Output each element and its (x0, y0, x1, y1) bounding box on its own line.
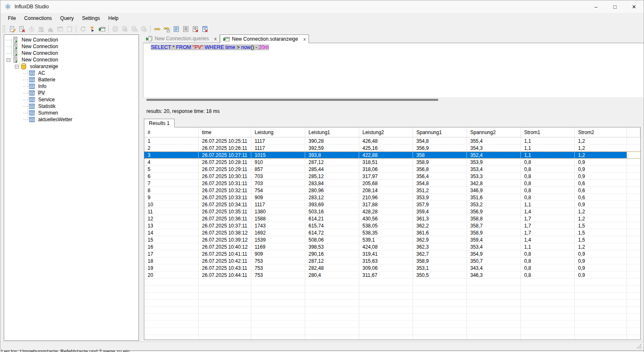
table-row[interactable]: 226.07.2025 10:26:111117392,59425,16356,… (144, 144, 640, 152)
tab-close-icon[interactable]: x (214, 36, 217, 41)
tree-item-info[interactable]: Info (4, 83, 139, 90)
maximize-button[interactable]: □ (605, 0, 625, 13)
tree-item-pv[interactable]: PV (4, 90, 139, 96)
show-results-button[interactable] (181, 24, 190, 34)
table-cell: 353,1 (413, 264, 467, 271)
tab-queries[interactable]: New Connection.queries x (143, 34, 220, 43)
close-button[interactable]: ✕ (625, 0, 644, 13)
table-empty-row (144, 314, 640, 321)
table-row[interactable]: 426.07.2025 10:28:11910287,12318,51358,9… (144, 159, 640, 166)
table-row[interactable]: 726.07.2025 10:31:11703283,84205,68354,8… (144, 180, 640, 187)
table-cell (521, 300, 575, 306)
query-editor[interactable]: SELECT * FROM "PV" WHERE time > now() - … (143, 43, 644, 97)
column-header-Strom1[interactable]: Strom1 (521, 127, 575, 137)
table-row[interactable]: 1326.07.2025 10:37:111743615,74538,05362… (144, 222, 640, 229)
table-cell: 0,8 (521, 180, 575, 186)
tree-item-solaranzeige[interactable]: −solaranzeige (4, 63, 139, 70)
connection-button[interactable] (152, 24, 162, 34)
execute-query-button[interactable] (87, 24, 97, 34)
row-filler (627, 271, 640, 278)
tree-item-new-connection[interactable]: New Connection (4, 43, 139, 50)
collapse-toggle[interactable]: − (7, 58, 10, 62)
table-cell (575, 300, 627, 306)
tree-connector (23, 113, 28, 113)
table-row[interactable]: 126.07.2025 10:25:111117390,28426,48354,… (144, 137, 640, 144)
table-cell: 0,6 (575, 194, 627, 200)
database-drop-button (139, 24, 148, 34)
table-cell: 1380 (251, 208, 305, 215)
editor-horizontal-scrollbar[interactable] (143, 97, 644, 103)
execute-sparkle-icon (89, 26, 96, 32)
table-row[interactable]: 1126.07.2025 10:35:111380503,16428,28359… (144, 208, 640, 215)
table-cell: 26.07.2025 10:35:11 (199, 208, 251, 215)
tab-results-1[interactable]: Results 1 (144, 119, 175, 127)
table-cell: 362,9 (413, 236, 467, 243)
table-row[interactable]: 2026.07.2025 10:44:11753280,4311,67350,5… (144, 271, 640, 279)
table-row[interactable]: 1026.07.2025 10:34:111117393,69317,88357… (144, 201, 640, 208)
clear-results-button[interactable] (190, 24, 200, 34)
tree-item-statistik[interactable]: Statistik (4, 103, 139, 110)
table-cell: 357,9 (413, 201, 467, 208)
table-remove-icon (202, 26, 208, 32)
table-row[interactable]: 1526.07.2025 10:39:121539508,06539,1362,… (144, 236, 640, 243)
tab-solaranzeige[interactable]: New Connection.solaranzeige x (220, 34, 309, 43)
table-row[interactable]: 1626.07.2025 10:40:121169398,53424,08362… (144, 243, 640, 250)
table-row[interactable]: 926.07.2025 10:33:11909283,12210,96353,9… (144, 194, 640, 201)
tab-close-icon[interactable]: x (304, 37, 306, 42)
menu-help[interactable]: Help (104, 14, 123, 23)
menu-connections[interactable]: Connections (20, 14, 56, 23)
menu-file[interactable]: File (4, 14, 20, 23)
table-row[interactable]: 1926.07.2025 10:43:11753282,48309,06353,… (144, 264, 640, 271)
tree-item-service[interactable]: Service (4, 96, 139, 103)
column-header-Strom2[interactable]: Strom2 (575, 127, 627, 137)
column-header-Spannung1[interactable]: Spannung1 (413, 127, 467, 137)
column-header-Leistung[interactable]: Leistung (251, 127, 305, 137)
table-cell (521, 314, 575, 320)
table-cell: 280,96 (305, 187, 359, 193)
row-filler (627, 307, 640, 313)
tree-item-summen[interactable]: Summen (4, 110, 139, 116)
tree-item-new-connection[interactable]: New Connection (4, 50, 139, 56)
column-header-Spannung2[interactable]: Spannung2 (467, 127, 521, 137)
table-cell: 353,2 (467, 201, 521, 208)
table-empty-row (144, 300, 640, 307)
collapse-toggle[interactable]: − (15, 65, 19, 68)
table-cell (359, 314, 413, 320)
column-header-Leistung2[interactable]: Leistung2 (359, 127, 413, 137)
menu-query[interactable]: Query (56, 14, 78, 23)
results-table[interactable]: #timeLeistungLeistung1Leistung2Spannung1… (144, 127, 640, 340)
toolbar-grip (3, 25, 5, 33)
table-cell: 390,28 (305, 137, 359, 144)
tree-item-new-connection[interactable]: New Connection (4, 37, 139, 43)
new-query-button[interactable] (7, 24, 17, 34)
edit-connection-button[interactable] (162, 24, 171, 34)
table-row[interactable]: 1826.07.2025 10:42:11753287,12315,63358,… (144, 257, 640, 264)
table-cell: 6 (144, 173, 199, 179)
table-row[interactable]: 526.07.2025 10:29:11857285,44318,06356,8… (144, 166, 640, 173)
scrollbar-thumb[interactable] (146, 99, 438, 101)
column-header-Leistung1[interactable]: Leistung1 (305, 127, 359, 137)
row-filler (627, 286, 640, 292)
minimize-button[interactable]: – (586, 0, 605, 13)
show-editor-button[interactable] (171, 24, 181, 34)
run-query-button[interactable] (97, 24, 107, 34)
table-row[interactable]: 626.07.2025 10:30:11703285,12317,97356,4… (144, 173, 640, 180)
column-header-time[interactable]: time (199, 127, 251, 137)
tree-item-aktuelleswetter[interactable]: aktuellesWetter (4, 116, 139, 123)
table-cell: 1,2 (575, 144, 627, 151)
close-query-button[interactable] (17, 24, 27, 34)
table-row[interactable]: 1726.07.2025 10:41:11909290,16319,41362,… (144, 250, 640, 257)
tree-item-ac[interactable]: AC (4, 70, 139, 76)
close-results-button[interactable] (200, 24, 209, 34)
menu-settings[interactable]: Settings (78, 14, 104, 23)
connections-tree-panel[interactable]: New ConnectionNew ConnectionNew Connecti… (4, 34, 139, 341)
table-row[interactable]: 1226.07.2025 10:36:111588614,21430,56361… (144, 215, 640, 222)
table-row[interactable]: 826.07.2025 10:32:11754280,96208,14351,2… (144, 187, 640, 194)
new-query-icon (9, 26, 16, 32)
table-row[interactable]: 1426.07.2025 10:38:121692614,72538,35361… (144, 229, 640, 236)
tree-item-new-connection[interactable]: −New Connection (4, 56, 139, 63)
resize-grip-icon[interactable] (636, 343, 642, 349)
tree-item-batterie[interactable]: Batterie (4, 76, 139, 83)
table-row[interactable]: 326.07.2025 10:27:111015393,8422,8835835… (144, 152, 640, 159)
column-header-num[interactable]: # (144, 127, 199, 137)
